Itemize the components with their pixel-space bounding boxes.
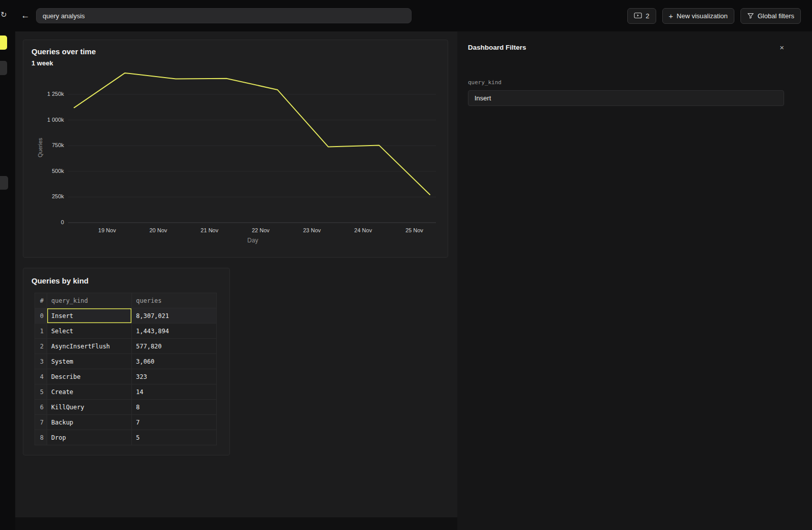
query-kind-filter-value: Insert (475, 94, 491, 102)
x-axis-tick: 20 Nov (138, 227, 179, 233)
row-index-cell: 1 (35, 324, 47, 339)
refresh-icon[interactable]: ↻ (1, 10, 7, 19)
table-row[interactable]: 5Create14 (35, 384, 217, 400)
y-axis-tick: 1 000k (23, 117, 64, 123)
table-row[interactable]: 1Select1,443,894 (35, 324, 217, 339)
slides-button[interactable]: 2 (627, 8, 656, 24)
topbar-actions: 2 + New visualization Global filters (627, 8, 801, 24)
presentation-icon (634, 12, 642, 19)
column-header-query-kind: query_kind (47, 293, 132, 308)
query-kind-cell[interactable]: System (47, 354, 132, 369)
x-axis-tick: 24 Nov (343, 227, 384, 233)
y-axis-tick: 1 250k (23, 91, 64, 97)
y-axis-tick: 750k (23, 142, 64, 148)
query-kind-cell[interactable]: Backup (47, 415, 132, 430)
table-row[interactable]: 6KillQuery8 (35, 400, 217, 415)
filters-panel-header: Dashboard Filters × (468, 44, 784, 51)
queries-by-kind-table: # query_kind queries 0Insert8,307,0211Se… (35, 293, 217, 445)
queries-series-line (74, 73, 430, 195)
queries-count-cell[interactable]: 3,060 (132, 354, 217, 369)
column-header-index: # (35, 293, 47, 308)
left-rail: ↻ (0, 0, 15, 530)
line-chart-svg (23, 40, 449, 258)
rail-item[interactable] (0, 176, 8, 190)
queries-count-cell[interactable]: 8 (132, 400, 217, 415)
back-button[interactable]: ← (18, 9, 32, 23)
query-kind-cell[interactable]: Create (47, 384, 132, 400)
chart-area: Queries Day 0250k500k750k1 000k1 250k19 … (23, 40, 449, 258)
plus-icon: + (669, 12, 673, 20)
query-kind-cell[interactable]: KillQuery (47, 400, 132, 415)
query-kind-filter-label: query_kind (468, 79, 784, 86)
queries-count-cell[interactable]: 14 (132, 384, 217, 400)
back-arrow-icon: ← (21, 11, 30, 20)
queries-count-cell[interactable]: 1,443,894 (132, 324, 217, 339)
queries-by-kind-card[interactable]: Queries by kind # query_kind queries 0In… (23, 268, 230, 455)
global-filters-button[interactable]: Global filters (740, 8, 801, 24)
row-index-cell: 3 (35, 354, 47, 369)
x-axis-tick: 19 Nov (87, 227, 127, 233)
queries-over-time-card[interactable]: Queries over time 1 week Queries Day 025… (23, 40, 448, 258)
queries-table-body: 0Insert8,307,0211Select1,443,8942AsyncIn… (35, 308, 217, 445)
row-index-cell: 0 (35, 308, 47, 324)
queries-count-cell[interactable]: 7 (132, 415, 217, 430)
row-index-cell: 6 (35, 400, 47, 415)
global-filters-label: Global filters (758, 12, 794, 20)
dashboard-title-input[interactable] (36, 8, 412, 23)
row-index-cell: 4 (35, 369, 47, 384)
row-index-cell: 2 (35, 339, 47, 354)
row-index-cell: 5 (35, 384, 47, 400)
queries-count-cell[interactable]: 5 (132, 430, 217, 445)
x-axis-tick: 25 Nov (394, 227, 434, 233)
column-header-queries: queries (132, 293, 217, 308)
table-row[interactable]: 3System3,060 (35, 354, 217, 369)
x-axis-tick: 23 Nov (292, 227, 332, 233)
table-card-title: Queries by kind (31, 276, 89, 285)
table-row[interactable]: 8Drop5 (35, 430, 217, 445)
queries-count-cell[interactable]: 577,820 (132, 339, 217, 354)
table-header-row: # query_kind queries (35, 293, 217, 308)
table-row[interactable]: 0Insert8,307,021 (35, 308, 217, 324)
dashboard-filters-panel: Dashboard Filters × query_kind Insert (457, 31, 812, 530)
query-kind-cell[interactable]: AsyncInsertFlush (47, 339, 132, 354)
dashboard-canvas: Queries over time 1 week Queries Day 025… (15, 31, 457, 517)
new-visualization-label: New visualization (676, 12, 727, 20)
x-axis-tick: 22 Nov (241, 227, 281, 233)
x-axis-label: Day (232, 237, 273, 244)
table-row[interactable]: 4Describe323 (35, 369, 217, 384)
filters-panel-title: Dashboard Filters (468, 44, 526, 51)
rail-item-active[interactable] (0, 36, 7, 50)
new-visualization-button[interactable]: + New visualization (662, 8, 734, 24)
row-index-cell: 7 (35, 415, 47, 430)
queries-count-cell[interactable]: 323 (132, 369, 217, 384)
bottom-strip (15, 517, 457, 530)
table-row[interactable]: 2AsyncInsertFlush577,820 (35, 339, 217, 354)
x-axis-tick: 21 Nov (189, 227, 230, 233)
query-kind-filter-input[interactable]: Insert (468, 90, 784, 106)
query-kind-cell[interactable]: Describe (47, 369, 132, 384)
close-icon[interactable]: × (780, 44, 784, 51)
rail-item[interactable] (0, 61, 7, 75)
topbar: ← 2 + New visualization Global filters (15, 0, 812, 31)
query-kind-cell[interactable]: Select (47, 324, 132, 339)
row-index-cell: 8 (35, 430, 47, 445)
slides-count: 2 (646, 12, 649, 20)
query-kind-cell[interactable]: Insert (47, 308, 132, 324)
y-axis-tick: 0 (23, 219, 64, 225)
funnel-icon (747, 12, 754, 19)
table-row[interactable]: 7Backup7 (35, 415, 217, 430)
y-axis-tick: 500k (23, 168, 64, 174)
queries-count-cell[interactable]: 8,307,021 (132, 308, 217, 324)
query-kind-cell[interactable]: Drop (47, 430, 132, 445)
y-axis-tick: 250k (23, 193, 64, 199)
